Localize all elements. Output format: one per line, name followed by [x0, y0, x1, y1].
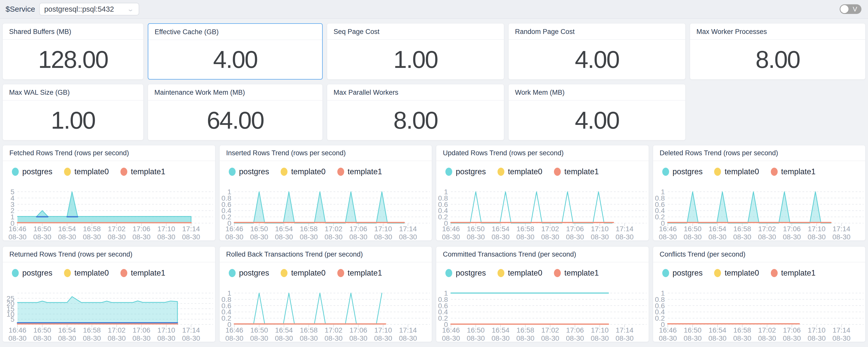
svg-text:16:46: 16:46 [659, 326, 676, 334]
chart-title: Conflicts Trend (per second) [653, 247, 865, 262]
legend-item-postgres[interactable]: postgres [662, 268, 703, 278]
chart-panel-inserted-rows[interactable]: Inserted Rows Trend (rows per second) po… [219, 145, 432, 241]
svg-text:08-30: 08-30 [33, 233, 51, 240]
stat-card-work-mem[interactable]: Work Mem (MB) 4.00 [508, 84, 686, 140]
legend-item-postgres[interactable]: postgres [445, 268, 486, 278]
chart-panel-updated-rows[interactable]: Updated Rows Trend (rows per second) pos… [436, 145, 649, 241]
svg-text:08-30: 08-30 [349, 334, 367, 341]
chart-panel-rolled-back-transactions[interactable]: Rolled Back Transactions Trend (per seco… [219, 247, 432, 342]
chart-panel-deleted-rows[interactable]: Deleted Rows Trend (rows per second) pos… [653, 145, 866, 241]
svg-text:08-30: 08-30 [107, 233, 126, 240]
legend-dot-icon [120, 269, 127, 277]
stat-card-value: 8.00 [327, 100, 504, 140]
legend-label: template0 [724, 268, 759, 278]
svg-text:08-30: 08-30 [8, 233, 27, 240]
svg-text:16:58: 16:58 [517, 326, 534, 334]
service-variable-label: $Service [6, 5, 35, 13]
chart-plot-area[interactable]: 00.20.40.60.8116:4608-3016:5008-3016:540… [220, 278, 432, 342]
stat-card-random-page-cost[interactable]: Random Page Cost 4.00 [508, 23, 686, 80]
svg-text:17:02: 17:02 [758, 225, 776, 233]
svg-text:17:06: 17:06 [783, 225, 800, 233]
chart-plot-area[interactable]: 00.20.40.60.8116:4608-3016:5008-3016:540… [436, 278, 649, 342]
legend-dot-icon [662, 168, 669, 176]
legend-dot-icon [281, 269, 287, 277]
stat-card-shared-buffers[interactable]: Shared Buffers (MB) 128.00 [3, 23, 144, 80]
legend-label: template1 [564, 167, 599, 176]
chart-plot-area[interactable]: 00.20.40.60.8116:4608-3016:5008-3016:540… [653, 278, 865, 342]
service-select[interactable]: postgresql::psql:5432 ⌄ [39, 3, 139, 16]
legend-item-template0[interactable]: template0 [281, 268, 326, 278]
svg-text:16:58: 16:58 [733, 225, 751, 233]
svg-text:08-30: 08-30 [491, 233, 510, 240]
chart-plot-area[interactable]: 00.20.40.60.8116:4608-3016:5008-3016:540… [436, 176, 649, 240]
legend-item-template0[interactable]: template0 [498, 167, 542, 176]
svg-text:08-30: 08-30 [615, 233, 634, 240]
chart-plot-area[interactable]: 00.20.40.60.8116:4608-3016:5008-3016:540… [653, 176, 865, 240]
legend-item-template1[interactable]: template1 [120, 167, 165, 176]
svg-text:16:46: 16:46 [9, 326, 26, 334]
legend-item-template1[interactable]: template1 [120, 268, 165, 278]
svg-text:16:50: 16:50 [467, 225, 485, 233]
svg-text:1: 1 [444, 188, 448, 196]
svg-text:16:50: 16:50 [250, 225, 268, 233]
legend-dot-icon [662, 269, 669, 277]
legend-label: postgres [22, 268, 52, 278]
legend-item-template1[interactable]: template1 [337, 268, 382, 278]
svg-text:17:06: 17:06 [566, 225, 584, 233]
chart-plot-area[interactable]: 01234516:4608-3016:5008-3016:5408-3016:5… [3, 176, 215, 240]
legend-item-template0[interactable]: template0 [714, 167, 759, 176]
view-toggle[interactable]: V [840, 4, 861, 14]
legend-item-template1[interactable]: template1 [337, 167, 382, 176]
stat-card-title: Maintenance Work Mem (MB) [148, 84, 322, 100]
legend-item-postgres[interactable]: postgres [12, 268, 52, 278]
chart-plot-area[interactable]: 51015202516:4608-3016:5008-3016:5408-301… [3, 278, 215, 342]
legend-item-postgres[interactable]: postgres [229, 268, 269, 278]
stat-card-max-wal-size[interactable]: Max WAL Size (GB) 1.00 [3, 84, 144, 140]
stat-card-maintenance-work-mem[interactable]: Maintenance Work Mem (MB) 64.00 [148, 84, 323, 140]
svg-text:16:50: 16:50 [250, 326, 268, 334]
legend-item-template1[interactable]: template1 [554, 167, 599, 176]
legend-dot-icon [12, 168, 19, 176]
legend-label: template0 [291, 268, 326, 278]
chart-panel-fetched-rows[interactable]: Fetched Rows Trend (rows per second) pos… [3, 145, 215, 241]
legend-item-template1[interactable]: template1 [771, 268, 816, 278]
legend-item-template1[interactable]: template1 [554, 268, 599, 278]
chart-panel-returned-rows[interactable]: Returned Rows Trend (rows per second) po… [3, 247, 215, 342]
chart-panel-committed-transactions[interactable]: Committed Transactions Trend (per second… [436, 247, 649, 342]
svg-text:08-30: 08-30 [566, 233, 584, 240]
legend-item-postgres[interactable]: postgres [229, 167, 269, 176]
svg-text:1: 1 [227, 289, 231, 297]
legend-item-template0[interactable]: template0 [64, 268, 109, 278]
svg-text:17:14: 17:14 [616, 225, 633, 233]
svg-text:17:14: 17:14 [182, 225, 200, 233]
stat-card-title: Effective Cache (GB) [148, 24, 322, 40]
svg-text:08-30: 08-30 [58, 233, 76, 240]
svg-text:16:50: 16:50 [33, 225, 51, 233]
legend-item-postgres[interactable]: postgres [12, 167, 52, 176]
svg-text:17:02: 17:02 [324, 326, 342, 334]
legend-item-template0[interactable]: template0 [64, 167, 109, 176]
legend-item-postgres[interactable]: postgres [662, 167, 703, 176]
chart-panel-conflicts[interactable]: Conflicts Trend (per second) postgrestem… [653, 247, 866, 342]
legend-dot-icon [64, 168, 71, 176]
chart-legend: postgrestemplate0template1 [436, 161, 649, 176]
legend-item-template0[interactable]: template0 [281, 167, 326, 176]
stat-card-effective-cache[interactable]: Effective Cache (GB) 4.00 [148, 23, 323, 80]
legend-item-template0[interactable]: template0 [498, 268, 542, 278]
stat-card-seq-page-cost[interactable]: Seq Page Cost 1.00 [327, 23, 504, 80]
stat-card-value: 64.00 [148, 100, 322, 140]
stat-card-max-parallel-workers[interactable]: Max Parallel Workers 8.00 [327, 84, 504, 140]
chart-legend: postgrestemplate0template1 [220, 161, 432, 176]
stat-card-max-worker-processes[interactable]: Max Worker Processes 8.00 [690, 23, 865, 80]
svg-text:08-30: 08-30 [808, 334, 826, 341]
svg-text:08-30: 08-30 [684, 233, 702, 240]
legend-label: template1 [348, 167, 382, 176]
stat-card-value: 1.00 [3, 100, 143, 140]
legend-item-template1[interactable]: template1 [771, 167, 816, 176]
legend-dot-icon [229, 168, 236, 176]
legend-item-postgres[interactable]: postgres [445, 167, 486, 176]
svg-text:08-30: 08-30 [275, 334, 293, 341]
chart-plot-area[interactable]: 00.20.40.60.8116:4608-3016:5008-3016:540… [220, 176, 432, 240]
stat-card-title: Max Worker Processes [690, 24, 865, 40]
legend-item-template0[interactable]: template0 [714, 268, 759, 278]
